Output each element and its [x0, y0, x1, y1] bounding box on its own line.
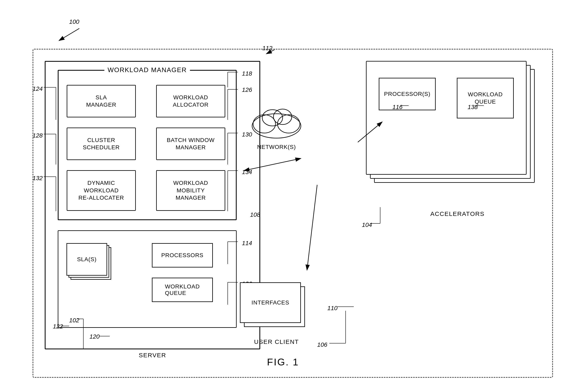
server-box: SERVER WORKLOAD MANAGER SLAMANAGER WORKL…	[45, 61, 260, 349]
sla-manager-label: SLAMANAGER	[86, 94, 117, 109]
batch-window-manager-label: BATCH WINDOWMANAGER	[167, 137, 214, 151]
acc-wl-queue-box: WORKLOADQUEUE	[457, 78, 514, 118]
network-cloud-svg	[248, 101, 305, 142]
sla-label: SLA(S)	[77, 256, 97, 263]
workload-mobility-box: WORKLOADMOBILITYMANAGER	[156, 170, 225, 211]
cluster-scheduler-box: CLUSTERSCHEDULER	[67, 127, 136, 160]
ref-126: 126	[242, 86, 252, 93]
ref-108: 108	[250, 211, 260, 218]
user-client-label: USER CLIENT	[254, 338, 299, 345]
accelerators-area: PROCESSOR(S) WORKLOADQUEUE ACCELERATORS	[366, 61, 549, 207]
acc-wl-queue-label: WORKLOADQUEUE	[468, 91, 503, 106]
workload-allocator-box: WORKLOADALLOCATOR	[156, 85, 225, 117]
sla-stack: SLA(S)	[66, 243, 115, 284]
workload-manager-title: WORKLOAD MANAGER	[104, 66, 190, 74]
ref-100: 100	[69, 18, 79, 25]
dynamic-workload-box: DYNAMICWORKLOADRE-ALLOCATER	[67, 170, 136, 211]
processors-label: PROCESSORS	[161, 252, 204, 259]
ref-118: 118	[242, 70, 252, 77]
workload-queue-box: WORKLOADQUEUE	[152, 278, 213, 302]
acc-processor-label: PROCESSOR(S)	[384, 90, 430, 98]
sla-box-front: SLA(S)	[66, 243, 107, 276]
ref-104: 104	[362, 221, 372, 228]
ref-120: 120	[89, 333, 100, 340]
ref-114: 114	[242, 240, 252, 247]
workload-mobility-label: WORKLOADMOBILITYMANAGER	[173, 179, 208, 201]
batch-window-manager-box: BATCH WINDOWMANAGER	[156, 127, 225, 160]
workload-manager-box: WORKLOAD MANAGER SLAMANAGER WORKLOADALLO…	[58, 70, 237, 220]
ref-132: 132	[32, 175, 43, 182]
cluster-scheduler-label: CLUSTERSCHEDULER	[83, 137, 120, 151]
ref-110: 110	[327, 305, 338, 312]
ref-116: 116	[392, 104, 402, 111]
network-label: NETWORK(S)	[257, 144, 296, 150]
interfaces-label: INTERFACES	[252, 299, 289, 306]
workload-allocator-label: WORKLOADALLOCATOR	[173, 94, 209, 109]
acc-processor-box: PROCESSOR(S)	[379, 78, 436, 110]
ref-106: 106	[317, 341, 327, 348]
ref-138: 138	[468, 104, 478, 111]
fig-label: FIG. 1	[267, 356, 299, 368]
interfaces-front: INTERFACES	[240, 282, 301, 323]
processors-box: PROCESSORS	[152, 243, 213, 267]
ref-102: 102	[69, 317, 79, 324]
svg-line-7	[59, 28, 79, 41]
local-area-box: SLA(S) PROCESSORS WORKLOADQUEUE	[58, 230, 237, 328]
ref-122: 122	[53, 323, 63, 330]
workload-queue-label: WORKLOADQUEUE	[165, 283, 200, 296]
svg-point-1	[253, 115, 275, 133]
ref-124: 124	[32, 85, 43, 92]
network-area: NETWORK(S)	[246, 98, 307, 154]
svg-point-0	[252, 114, 301, 138]
diagram: 100 112 SERVER WORKLOAD MANAGER SLAMANAG…	[12, 16, 554, 376]
interfaces-stack: INTERFACES	[240, 282, 313, 335]
user-client-area: INTERFACES USER CLIENT	[236, 282, 317, 360]
ref-128: 128	[32, 132, 43, 139]
accelerators-label: ACCELERATORS	[430, 210, 484, 217]
svg-point-2	[278, 115, 300, 133]
acc-layer-1: PROCESSOR(S) WORKLOADQUEUE	[366, 61, 527, 175]
sla-manager-box: SLAMANAGER	[67, 85, 136, 117]
dynamic-workload-label: DYNAMICWORKLOADRE-ALLOCATER	[78, 179, 124, 201]
server-label: SERVER	[139, 352, 166, 359]
ref-134: 134	[242, 168, 252, 175]
